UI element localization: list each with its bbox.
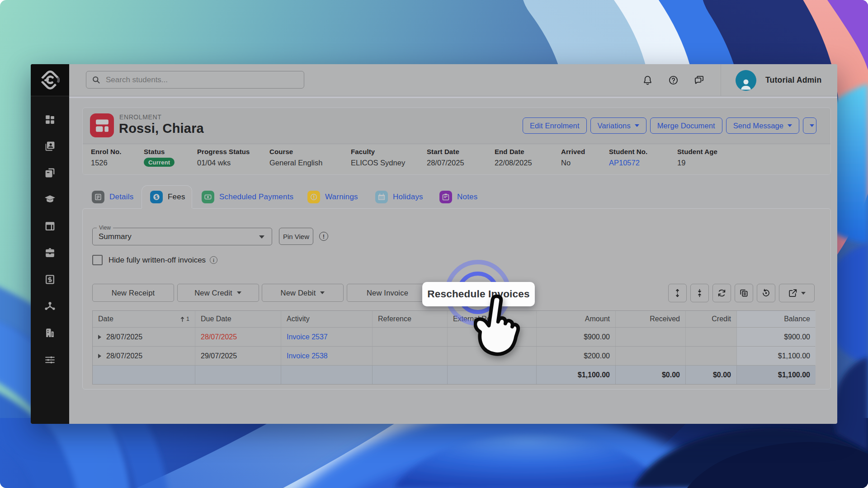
tab-warnings[interactable]: Warnings [307, 185, 358, 209]
expand-rows-button[interactable] [668, 284, 687, 302]
total-credit: $0.00 [686, 366, 737, 384]
column-header-date[interactable]: Date 1 [93, 311, 195, 327]
app-logo[interactable] [31, 64, 69, 96]
search-input[interactable]: Search students... [86, 71, 304, 89]
button-label: New Receipt [112, 289, 155, 297]
sidebar-item-agents[interactable] [31, 293, 69, 319]
row-expander-icon[interactable] [98, 335, 101, 339]
student-no-link[interactable]: AP10572 [609, 159, 647, 167]
sidebar-item-timetable[interactable] [31, 213, 69, 239]
new-receipt-button[interactable]: New Receipt [92, 284, 174, 302]
table-row[interactable]: 28/07/2025 28/07/2025 Invoice 2537 $900.… [93, 328, 815, 347]
pin-view-button[interactable]: Pin View [279, 228, 313, 245]
sidebar-item-facilities[interactable] [31, 319, 69, 346]
written-off-info-icon[interactable]: i [210, 256, 217, 264]
sidebar-item-finance[interactable] [31, 266, 69, 293]
total-balance: $1,100.00 [737, 366, 816, 384]
column-header-credit[interactable]: Credit [686, 311, 737, 327]
chat-icon[interactable] [694, 75, 704, 85]
invoice-link[interactable]: Invoice 2537 [287, 333, 328, 341]
sidebar-item-dashboard[interactable] [31, 106, 69, 133]
field-value: 28/07/2025 [427, 159, 464, 167]
refresh-button[interactable] [712, 284, 731, 302]
new-credit-button[interactable]: New Credit [177, 284, 259, 302]
fees-tab-icon [150, 191, 163, 203]
row-expander-icon[interactable] [98, 354, 101, 358]
sidebar-item-enrolments[interactable] [31, 160, 69, 186]
hide-written-off-row: Hide fully written-off invoices i [92, 255, 217, 265]
sidebar-item-courses[interactable] [31, 186, 69, 213]
caret-down-icon [801, 292, 806, 295]
cell-text: $0.00 [662, 371, 680, 379]
agents-icon [44, 300, 56, 312]
overdue-date: 28/07/2025 [201, 333, 237, 341]
column-label: Balance [784, 315, 810, 323]
sidebar-item-students[interactable] [31, 133, 69, 160]
cell-amount: $200.00 [537, 347, 616, 365]
history-icon [761, 288, 771, 298]
collapse-rows-icon [695, 288, 704, 298]
collapse-rows-button[interactable] [690, 284, 709, 302]
hand-cursor-icon [474, 293, 533, 360]
details-tab-icon [92, 191, 104, 203]
cell-activity [281, 366, 373, 384]
notifications-icon[interactable] [642, 75, 653, 85]
tab-fees[interactable]: Fees [150, 185, 185, 209]
total-amount: $1,100.00 [537, 366, 616, 384]
button-label: New Invoice [367, 289, 408, 297]
duplicate-button[interactable] [735, 284, 753, 302]
column-label: Received [650, 315, 680, 323]
column-header-reference[interactable]: Reference [373, 311, 448, 327]
document-icon [94, 193, 102, 201]
avatar [736, 70, 756, 91]
tab-notes[interactable]: Notes [439, 185, 477, 209]
edit-enrolment-button[interactable]: Edit Enrolment [523, 117, 587, 134]
sidebar-item-settings[interactable] [31, 346, 69, 373]
variations-button[interactable]: Variations [590, 117, 646, 134]
table-row[interactable]: 28/07/2025 29/07/2025 Invoice 2538 $200.… [93, 347, 815, 366]
history-button[interactable] [757, 284, 775, 302]
button-label: Variations [598, 122, 631, 130]
tab-holidays[interactable]: Holidays [375, 185, 423, 209]
new-invoice-button[interactable]: New Invoice [347, 284, 429, 302]
field-arrived: ArrivedNo [561, 148, 585, 167]
sort-asc-icon [179, 316, 186, 323]
column-header-amount[interactable]: Amount [537, 311, 616, 327]
active-tab-join [142, 208, 193, 209]
field-value: 1526 [91, 159, 122, 167]
hide-written-off-checkbox[interactable] [92, 255, 103, 265]
field-value: 19 [677, 159, 717, 167]
tab-scheduled-payments[interactable]: Scheduled Payments [202, 185, 293, 209]
view-select-label: View [97, 225, 113, 231]
cell-credit [686, 328, 737, 346]
invoice-link[interactable]: Invoice 2538 [287, 352, 328, 360]
column-header-balance[interactable]: Balance [737, 311, 816, 327]
view-info-icon[interactable]: ! [319, 232, 328, 241]
button-label: New Credit [194, 289, 232, 297]
cell-date [93, 366, 195, 384]
column-header-due-date[interactable]: Due Date [195, 311, 281, 327]
table-header-row: Date 1 Due Date Activity Reference Exter… [93, 311, 815, 328]
view-select[interactable]: View Summary [92, 228, 272, 245]
hide-written-off-label: Hide fully written-off invoices [108, 256, 206, 265]
merge-document-button[interactable]: Merge Document [650, 117, 722, 134]
more-actions-button[interactable] [803, 117, 816, 134]
column-header-received[interactable]: Received [616, 311, 686, 327]
column-header-activity[interactable]: Activity [281, 311, 373, 327]
students-icon [44, 141, 56, 152]
enrolment-layout-icon [92, 116, 112, 136]
tab-details[interactable]: Details [92, 185, 133, 209]
cell-due-date: 29/07/2025 [195, 347, 281, 365]
export-button[interactable] [779, 284, 815, 302]
column-label: Date [98, 315, 113, 323]
tab-label: Scheduled Payments [219, 192, 293, 202]
button-label: Send Message [733, 122, 783, 130]
new-debit-button[interactable]: New Debit [262, 284, 344, 302]
cell-text: $1,100.00 [778, 352, 810, 360]
total-received: $0.00 [616, 366, 686, 384]
user-menu[interactable]: Tutorial Admin [721, 64, 837, 96]
field-start-date: Start Date28/07/2025 [427, 148, 464, 167]
sidebar-item-employers[interactable] [31, 239, 69, 266]
send-message-button[interactable]: Send Message [726, 117, 799, 134]
help-icon[interactable] [668, 75, 679, 85]
